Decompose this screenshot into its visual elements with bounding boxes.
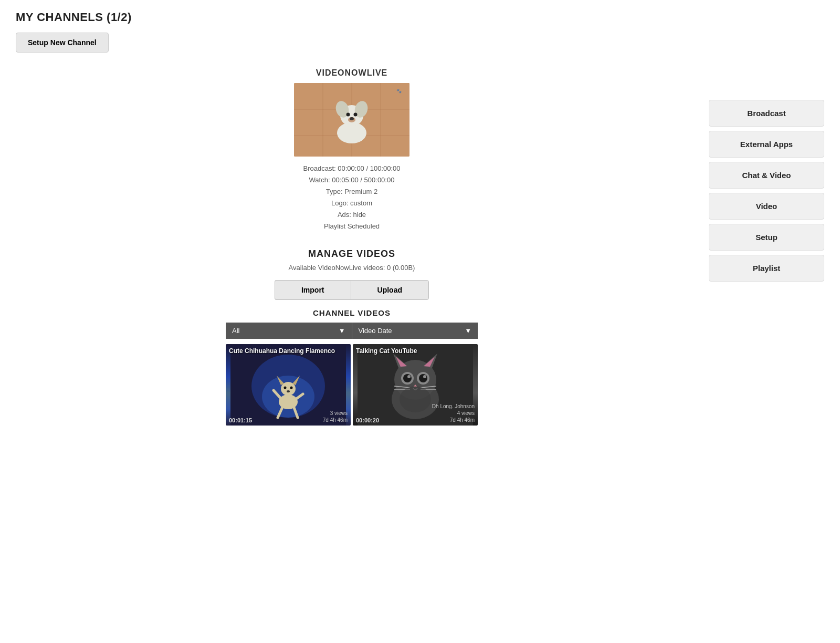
svg-point-14 [350, 117, 354, 120]
svg-point-39 [403, 374, 412, 382]
channel-name: VIDEONOWLIVE [316, 68, 387, 78]
filter-all-select[interactable]: All ▼ [226, 323, 352, 339]
playlist-info: Playlist Scheduled [303, 221, 400, 232]
import-button[interactable]: Import [275, 280, 351, 300]
video-meta-1: 3 views 7d 4h 46m [323, 410, 348, 423]
video-views-1: 3 views [323, 410, 348, 417]
logo-info: Logo: custom [303, 198, 400, 209]
video-bottom-bar-1: 00:01:15 3 views 7d 4h 46m [226, 408, 351, 426]
right-sidebar: Broadcast External Apps Chat & Video Vid… [709, 100, 824, 282]
center-content: VIDEONOWLIVE [16, 68, 688, 426]
video-title-1: Cute Chihuahua Dancing Flamenco [229, 347, 348, 356]
video-card-2[interactable]: Talking Cat YouTube 00:00:20 Dh Long. Jo… [353, 344, 478, 426]
video-duration-1: 00:01:15 [229, 417, 252, 423]
playlist-button[interactable]: Playlist [709, 255, 824, 282]
video-button[interactable]: Video [709, 193, 824, 220]
page-title: MY CHANNELS (1/2) [16, 11, 824, 24]
channel-thumbnail: 🐾 [294, 83, 410, 157]
video-views-2: 4 views [432, 410, 475, 417]
channel-info: Broadcast: 00:00:00 / 100:00:00 Watch: 0… [303, 163, 400, 233]
filter-bar: All ▼ Video Date ▼ [226, 323, 478, 339]
filter2-arrow-icon: ▼ [465, 327, 471, 335]
video-card-1[interactable]: Cute Chihuahua Dancing Flamenco 00:01:15… [226, 344, 351, 426]
svg-point-29 [287, 390, 290, 392]
filter-date-value: Video Date [359, 327, 392, 335]
setup-button[interactable]: Setup [709, 224, 824, 251]
video-meta-2: Dh Long. Johnson 4 views 7d 4h 46m [432, 403, 475, 423]
video-bottom-bar-2: 00:00:20 Dh Long. Johnson 4 views 7d 4h … [353, 401, 478, 426]
video-time-1: 7d 4h 46m [323, 417, 348, 423]
setup-new-channel-button[interactable]: Setup New Channel [16, 33, 109, 53]
video-time-2: 7d 4h 46m [432, 417, 475, 423]
ads-info: Ads: hide [303, 209, 400, 221]
svg-text:🐾: 🐾 [396, 88, 402, 94]
type-info: Type: Premium 2 [303, 186, 400, 198]
available-videos-text: Available VideoNowLive videos: 0 (0.00B) [289, 264, 415, 272]
external-apps-button[interactable]: External Apps [709, 131, 824, 158]
filter-date-select[interactable]: Video Date ▼ [352, 323, 478, 339]
svg-point-42 [423, 375, 426, 378]
video-duration-2: 00:00:20 [356, 417, 379, 423]
svg-point-11 [354, 113, 358, 117]
broadcast-button[interactable]: Broadcast [709, 100, 824, 127]
video-extra-2: Dh Long. Johnson [432, 403, 475, 410]
svg-point-20 [281, 382, 296, 396]
action-buttons: Import Upload [275, 280, 429, 300]
svg-point-40 [419, 374, 427, 382]
svg-point-41 [407, 375, 411, 378]
upload-button[interactable]: Upload [351, 280, 429, 300]
manage-videos-title: MANAGE VIDEOS [308, 248, 395, 260]
svg-point-28 [290, 386, 293, 389]
video-title-2: Talking Cat YouTube [356, 347, 475, 356]
filter-all-value: All [232, 327, 239, 335]
chat-video-button[interactable]: Chat & Video [709, 162, 824, 189]
channel-videos-title: CHANNEL VIDEOS [313, 308, 391, 317]
svg-point-10 [346, 113, 350, 117]
video-grid: Cute Chihuahua Dancing Flamenco 00:01:15… [226, 344, 478, 426]
main-layout: VIDEONOWLIVE [16, 68, 824, 426]
filter1-arrow-icon: ▼ [339, 327, 345, 335]
watch-info: Watch: 00:05:00 / 500:00:00 [303, 174, 400, 186]
svg-point-27 [284, 386, 287, 389]
broadcast-info: Broadcast: 00:00:00 / 100:00:00 [303, 163, 400, 174]
